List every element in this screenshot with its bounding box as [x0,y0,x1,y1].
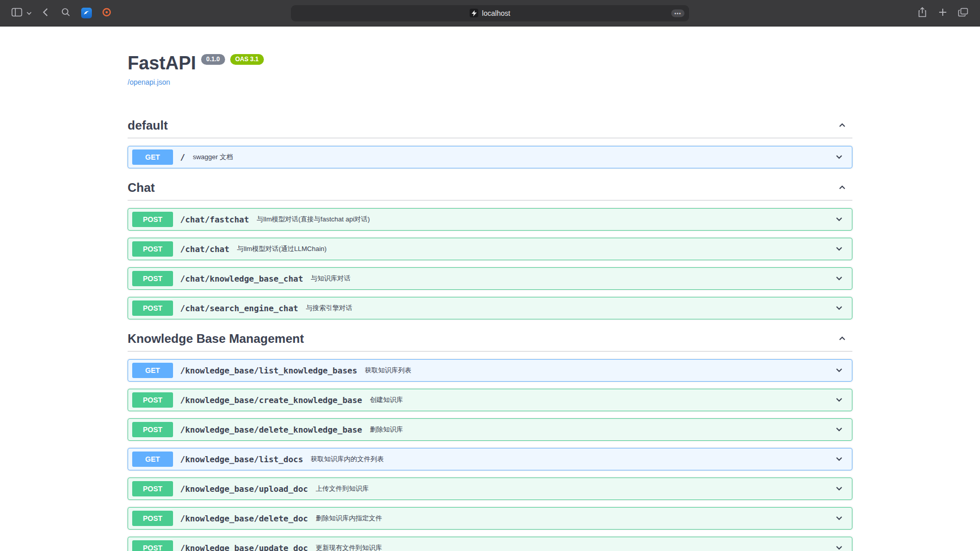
section-header[interactable]: Knowledge Base Management [128,327,852,352]
blue-bird-icon [81,8,92,18]
operation-description: 删除知识库内指定文件 [315,514,829,523]
operation-row[interactable]: POST /knowledge_base/update_doc 更新现有文件到知… [128,537,852,551]
url-text: localhost [482,9,510,17]
operation-row[interactable]: GET / swagger 文档 [128,146,852,168]
sidebar-icon [11,8,22,18]
operation-row[interactable]: POST /chat/knowledge_base_chat 与知识库对话 [128,267,852,290]
operation-row[interactable]: POST /knowledge_base/delete_doc 删除知识库内指定… [128,507,852,530]
search-icon [61,8,70,18]
chevron-down-icon [834,303,844,314]
chevron-down-icon [834,365,844,377]
expand-operation-button[interactable] [829,513,849,524]
section-header[interactable]: Chat [128,176,852,201]
section-title: Knowledge Base Management [128,332,832,346]
operation-row[interactable]: GET /knowledge_base/list_docs 获取知识库内的文件列… [128,448,852,470]
method-badge: POST [132,241,173,257]
operation-path: /knowledge_base/list_knowledge_bases [180,366,357,375]
version-badge: 0.1.0 [201,54,225,65]
expand-operation-button[interactable] [829,273,849,285]
operation-path: / [180,153,185,162]
operation-description: swagger 文档 [193,153,829,162]
api-section: Chat POST /chat/fastchat 与llm模型对话(直接与fas… [128,176,852,319]
chevron-down-icon [834,483,844,495]
expand-operation-button[interactable] [829,394,849,406]
api-sections: default GET / swagger 文档 Chat [128,113,852,551]
method-badge: GET [132,363,173,378]
operation-row[interactable]: GET /knowledge_base/list_knowledge_bases… [128,359,852,382]
expand-operation-button[interactable] [829,152,849,163]
operation-path: /chat/search_engine_chat [180,304,298,313]
api-title-text: FastAPI [128,52,196,74]
chevron-down-icon [834,394,844,406]
chevron-down-icon [834,214,844,226]
openapi-spec-link[interactable]: /openapi.json [128,78,170,86]
operation-description: 与知识库对话 [311,274,829,283]
expand-operation-button[interactable] [829,424,849,436]
expand-operation-button[interactable] [829,303,849,314]
section-title: default [128,118,832,133]
chevron-up-icon [837,333,847,345]
chevron-down-icon [834,424,844,436]
search-button[interactable] [57,5,75,22]
section-title: Chat [128,181,832,195]
method-badge: POST [132,300,173,316]
expand-operation-button[interactable] [829,214,849,226]
operation-description: 更新现有文件到知识库 [315,543,829,551]
page-title: FastAPI 0.1.0 OAS 3.1 [128,52,852,74]
operation-description: 与llm模型对话(直接与fastchat api对话) [257,215,829,224]
orange-ring-extension-button[interactable] [98,5,115,22]
swagger-page: FastAPI 0.1.0 OAS 3.1 /openapi.json defa… [0,27,980,551]
share-icon [918,7,927,19]
api-info-block: FastAPI 0.1.0 OAS 3.1 /openapi.json [128,27,852,87]
operation-description: 与llm模型对话(通过LLMChain) [237,244,829,254]
method-badge: POST [132,271,173,286]
extensions-ellipsis-button[interactable]: ••• [671,9,684,17]
api-section: default GET / swagger 文档 [128,113,852,168]
share-button[interactable] [914,5,931,22]
address-bar[interactable]: localhost ••• [291,5,689,21]
operation-row[interactable]: POST /chat/fastchat 与llm模型对话(直接与fastchat… [128,208,852,231]
expand-operation-button[interactable] [829,542,849,551]
plus-icon [939,8,947,18]
expand-operation-button[interactable] [829,243,849,255]
method-badge: GET [132,149,173,165]
chevron-down-icon [834,454,844,465]
operation-description: 与搜索引擎对话 [306,304,829,313]
chevron-down-icon [834,152,844,163]
collapse-section-button[interactable] [832,182,852,194]
chevron-left-icon [42,8,48,18]
chevron-up-icon [837,120,847,132]
section-header[interactable]: default [128,113,852,138]
collapse-section-button[interactable] [832,333,852,345]
sidebar-menu-button[interactable] [24,5,34,22]
operation-row[interactable]: POST /knowledge_base/delete_knowledge_ba… [128,418,852,441]
operation-row[interactable]: POST /knowledge_base/create_knowledge_ba… [128,389,852,411]
operation-row[interactable]: POST /knowledge_base/upload_doc 上传文件到知识库 [128,478,852,500]
operation-description: 获取知识库列表 [365,366,829,375]
chevron-down-icon [834,542,844,551]
operation-description: 创建知识库 [370,395,829,405]
operation-path: /knowledge_base/list_docs [180,455,303,464]
collapse-section-button[interactable] [832,120,852,132]
sidebar-toggle-button[interactable] [8,5,26,22]
operation-path: /chat/knowledge_base_chat [180,274,303,284]
chevron-down-icon [27,9,32,17]
chevron-down-icon [834,513,844,524]
method-badge: POST [132,422,173,437]
operation-row[interactable]: POST /chat/search_engine_chat 与搜索引擎对话 [128,297,852,319]
new-tab-button[interactable] [934,5,951,22]
expand-operation-button[interactable] [829,483,849,495]
operation-path: /knowledge_base/upload_doc [180,484,308,494]
expand-operation-button[interactable] [829,454,849,465]
method-badge: POST [132,540,173,551]
operation-description: 上传文件到知识库 [315,484,829,493]
tab-overview-button[interactable] [954,5,972,22]
operation-row[interactable]: POST /chat/chat 与llm模型对话(通过LLMChain) [128,238,852,260]
chevron-down-icon [834,243,844,255]
oas-badge: OAS 3.1 [230,54,264,65]
back-button[interactable] [37,5,54,22]
blue-bird-extension-button[interactable] [78,5,95,22]
expand-operation-button[interactable] [829,365,849,377]
chevron-up-icon [837,182,847,194]
chevron-down-icon [834,273,844,285]
